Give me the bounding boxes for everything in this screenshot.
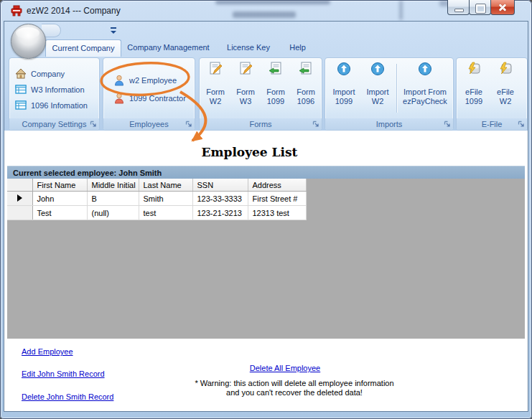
delete-all-employee-link[interactable]: Delete All Employee <box>199 364 371 372</box>
cell-ssn[interactable]: 123-21-3213 <box>192 206 248 220</box>
row-selector-header[interactable] <box>7 179 32 192</box>
cell-middle-initial[interactable]: (null) <box>87 206 139 220</box>
col-ssn[interactable]: SSN <box>192 179 248 192</box>
row-selector-cell[interactable] <box>7 192 32 206</box>
import-w2-label: Import <box>363 88 393 97</box>
col-last-name[interactable]: Last Name <box>139 179 192 192</box>
person-red-icon <box>113 93 125 104</box>
app-icon <box>11 5 23 17</box>
group-company-settings: Company W3 Information <box>9 57 100 131</box>
ribbon: Current Company Company Management Licen… <box>4 22 528 131</box>
import-up-arrow-icon <box>418 62 432 76</box>
company-button[interactable]: Company <box>15 67 65 81</box>
minimize-icon <box>454 9 464 12</box>
cell-first-name[interactable]: John <box>32 192 87 206</box>
dialog-launcher-icon[interactable] <box>518 121 525 128</box>
form-w2-button[interactable]: Form W2 <box>200 60 230 116</box>
title-bar[interactable]: ezW2 2014 --- Company <box>0 0 532 22</box>
maximize-button[interactable] <box>469 0 491 15</box>
window-controls <box>448 0 515 16</box>
group-imports: Import 1099 Import W2 <box>325 57 454 131</box>
form-1099-button[interactable]: Form 1099 <box>261 60 291 116</box>
group-forms: Form W2 Form W3 <box>199 57 322 131</box>
document-pencil-icon <box>238 62 253 76</box>
tab-current-company[interactable]: Current Company <box>45 39 121 57</box>
dialog-launcher-icon[interactable] <box>90 121 97 128</box>
add-employee-link[interactable]: Add Employee <box>22 347 73 356</box>
import-up-arrow-icon <box>370 62 385 76</box>
cell-ssn[interactable]: 123-33-3333 <box>192 192 248 206</box>
w3-information-button[interactable]: W3 Information <box>15 83 85 97</box>
1096-information-label: 1096 Infomation <box>31 101 88 110</box>
cell-last-name[interactable]: test <box>139 206 192 220</box>
house-icon <box>15 68 27 80</box>
selected-employee-bar: Current selected employee: John Smith <box>7 166 525 179</box>
ribbon-tabs: Current Company Company Management Licen… <box>4 39 528 57</box>
form-w3-button[interactable]: Form W3 <box>230 60 261 116</box>
import-from-ezpaycheck-button[interactable]: Import From ezPayCheck <box>400 60 450 116</box>
warning-line-1: * Warning: this action will delete all e… <box>179 379 409 388</box>
glass-smudge <box>399 0 403 20</box>
delete-employee-link[interactable]: Delete John Smith Record <box>22 392 113 401</box>
cell-last-name[interactable]: Smith <box>139 192 192 206</box>
group-caption-efile: E-File <box>457 118 527 130</box>
dialog-launcher-icon[interactable] <box>312 121 319 128</box>
form-w3-label: Form <box>230 88 261 97</box>
quick-access-dropdown-icon[interactable] <box>109 27 118 35</box>
w2-employee-label: w2 Employee <box>129 76 177 85</box>
current-row-arrow-icon <box>17 194 22 202</box>
group-separator <box>396 64 397 113</box>
close-button[interactable] <box>490 0 515 15</box>
tab-company-management[interactable]: Company Management <box>123 39 214 56</box>
efile-lightning-icon <box>467 62 481 76</box>
col-address[interactable]: Address <box>248 179 306 192</box>
cell-middle-initial[interactable]: B <box>87 192 139 206</box>
dialog-launcher-icon[interactable] <box>185 121 192 128</box>
content-area: Employee List <box>4 131 528 166</box>
client-area: Current Company Company Management Licen… <box>4 21 528 412</box>
ribbon-group-row: Company W3 Information <box>4 57 528 131</box>
row-selector-cell[interactable] <box>7 206 32 220</box>
actions-panel: Add Employee Edit John Smith Record Dele… <box>4 339 528 411</box>
table-header-row: First Name Middle Initial Last Name SSN … <box>7 179 306 192</box>
minimize-button[interactable] <box>447 0 470 15</box>
1099-contractor-label: 1099 Contractor <box>129 94 186 103</box>
import-w2-button[interactable]: Import W2 <box>363 60 393 116</box>
1096-information-button[interactable]: 1096 Infomation <box>15 98 88 113</box>
import-from-ezpaycheck-label: Import From <box>400 88 450 97</box>
efile-1099-label: eFile <box>459 88 489 97</box>
document-green-arrow-icon <box>269 62 283 76</box>
dialog-launcher-icon[interactable] <box>444 121 451 128</box>
person-blue-icon <box>113 75 125 86</box>
tab-license-key[interactable]: License Key <box>222 39 275 56</box>
delete-warning-text: * Warning: this action will delete all e… <box>179 379 409 397</box>
table-row[interactable]: Test (null) test 123-21-3213 12313 test <box>7 206 306 220</box>
group-caption-forms: Forms <box>200 118 322 130</box>
col-middle-initial[interactable]: Middle Initial <box>87 179 139 192</box>
form-1096-button[interactable]: Form 1096 <box>291 60 321 116</box>
col-first-name[interactable]: First Name <box>32 179 87 192</box>
employee-grid-area: First Name Middle Initial Last Name SSN … <box>7 179 525 339</box>
import-1099-label: Import <box>329 88 359 97</box>
maximize-icon <box>476 4 485 13</box>
efile-1099-button[interactable]: eFile 1099 <box>459 60 489 116</box>
tab-help[interactable]: Help <box>282 39 313 56</box>
import-1099-button[interactable]: Import 1099 <box>329 60 359 116</box>
page-title: Employee List <box>0 145 502 159</box>
warning-line-2: and you can't recover the deleted data! <box>179 388 409 397</box>
cell-address[interactable]: First Street # <box>248 192 306 206</box>
table-row[interactable]: John B Smith 123-33-3333 First Street # <box>7 192 306 206</box>
efile-w2-button[interactable]: eFile W2 <box>490 60 521 116</box>
window-title: ezW2 2014 --- Company <box>27 6 121 16</box>
cell-first-name[interactable]: Test <box>32 206 87 220</box>
company-label: Company <box>31 70 65 78</box>
w3-information-label: W3 Information <box>31 85 85 94</box>
w2-employee-button[interactable]: w2 Employee <box>113 73 177 88</box>
application-orb-button[interactable] <box>11 24 46 59</box>
list-icon <box>15 100 27 111</box>
edit-employee-link[interactable]: Edit John Smith Record <box>22 369 105 378</box>
efile-lightning-icon <box>498 62 513 76</box>
1099-contractor-button[interactable]: 1099 Contractor <box>113 91 186 105</box>
glass-smudge <box>233 11 296 18</box>
cell-address[interactable]: 12313 test <box>248 206 306 220</box>
